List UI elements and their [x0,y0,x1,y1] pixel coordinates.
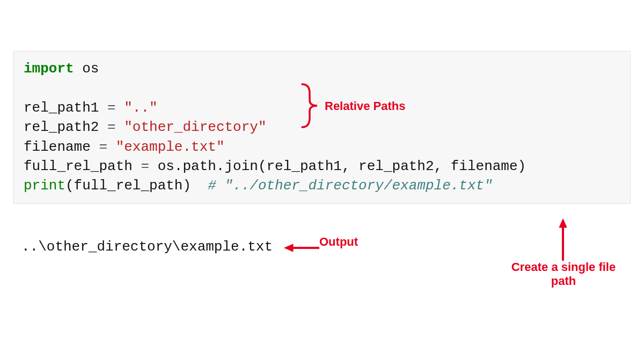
comment-expected: # "../other_directory/example.txt" [208,178,493,194]
annotation-relative-paths: Relative Paths [325,99,405,113]
keyword-import: import [24,61,74,77]
assign-op: = [107,119,124,135]
print-args: (full_rel_path) [65,178,208,194]
os-path-join-call: os.path.join(rel_path1, rel_path2, filen… [158,158,526,174]
string-dotdot: ".." [124,100,157,116]
svg-marker-1 [284,244,293,252]
var-filename: filename [24,139,99,155]
builtin-print: print [24,178,65,194]
assign-op: = [107,100,124,116]
svg-marker-3 [559,219,567,227]
annotation-output: Output [319,235,358,249]
arrow-left-icon [284,243,319,253]
annotation-single-path: Create a single file path [504,260,623,289]
string-example: "example.txt" [116,139,225,155]
code-line-1: import os [24,59,620,78]
module-os: os [74,61,99,77]
arrow-up-icon [558,219,568,261]
var-fullpath: full_rel_path [24,158,141,174]
code-line-5: full_rel_path = os.path.join(rel_path1, … [24,157,620,176]
string-otherdir: "other_directory" [124,119,266,135]
code-line-4: filename = "example.txt" [24,137,620,157]
var-relpath1: rel_path1 [24,100,107,116]
assign-op: = [141,158,157,174]
var-relpath2: rel_path2 [24,119,107,135]
curly-brace-icon [298,82,325,130]
assign-op: = [99,139,115,155]
code-line-6: print(full_rel_path) # "../other_directo… [24,176,620,195]
output-text: ..\other_directory\example.txt [21,239,273,255]
